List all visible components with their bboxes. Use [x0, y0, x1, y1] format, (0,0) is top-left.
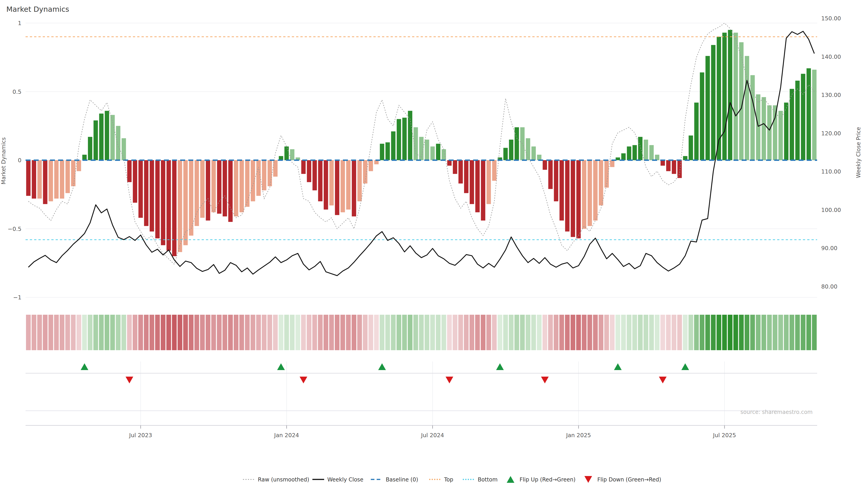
- heatmap-cell[interactable]: [531, 315, 536, 350]
- osc-bar[interactable]: [430, 147, 435, 160]
- heatmap-cell[interactable]: [262, 315, 267, 350]
- osc-bar[interactable]: [537, 155, 541, 160]
- flip-up-marker[interactable]: [378, 363, 386, 370]
- legend-item[interactable]: Weekly Close: [312, 477, 364, 483]
- osc-bar[interactable]: [144, 160, 148, 226]
- osc-bar[interactable]: [318, 160, 322, 201]
- osc-bar[interactable]: [54, 160, 59, 199]
- heatmap-cell[interactable]: [542, 315, 547, 350]
- heatmap-cell[interactable]: [110, 315, 115, 350]
- osc-bar[interactable]: [369, 160, 373, 171]
- heatmap-cell[interactable]: [722, 315, 727, 350]
- heatmap-cell[interactable]: [537, 315, 541, 350]
- osc-bar[interactable]: [60, 160, 64, 199]
- heatmap-cell[interactable]: [576, 315, 581, 350]
- osc-bar[interactable]: [211, 160, 216, 213]
- osc-bar[interactable]: [475, 160, 480, 213]
- osc-bar[interactable]: [610, 160, 614, 167]
- osc-bar[interactable]: [133, 160, 137, 203]
- osc-bar[interactable]: [402, 118, 407, 160]
- heatmap-cell[interactable]: [99, 315, 104, 350]
- legend-item[interactable]: Raw (unsmoothed): [243, 477, 309, 483]
- osc-bar[interactable]: [700, 72, 704, 160]
- osc-bar[interactable]: [346, 160, 350, 210]
- flip-up-marker[interactable]: [277, 363, 285, 370]
- osc-bar[interactable]: [784, 103, 788, 160]
- osc-bar[interactable]: [621, 153, 625, 160]
- osc-bar[interactable]: [515, 127, 519, 160]
- heatmap-cell[interactable]: [166, 315, 171, 350]
- heatmap-cell[interactable]: [408, 315, 412, 350]
- heatmap-cell[interactable]: [655, 315, 659, 350]
- heatmap-cell[interactable]: [340, 315, 345, 350]
- heatmap-cell[interactable]: [374, 315, 379, 350]
- osc-bar[interactable]: [397, 119, 401, 160]
- heatmap-cell[interactable]: [526, 315, 530, 350]
- osc-bar[interactable]: [32, 160, 36, 199]
- osc-bar[interactable]: [812, 70, 816, 160]
- heatmap-cell[interactable]: [677, 315, 682, 350]
- osc-bar[interactable]: [436, 144, 440, 160]
- osc-bar[interactable]: [301, 160, 306, 174]
- heatmap-cell[interactable]: [413, 315, 418, 350]
- heatmap-cell[interactable]: [105, 315, 110, 350]
- heatmap-cell[interactable]: [565, 315, 569, 350]
- heatmap-cell[interactable]: [498, 315, 502, 350]
- legend-item[interactable]: Flip Down (Green→Red): [584, 476, 661, 483]
- osc-bar[interactable]: [543, 160, 547, 170]
- osc-bar[interactable]: [268, 160, 272, 186]
- osc-bar[interactable]: [240, 160, 244, 213]
- heatmap-cell[interactable]: [419, 315, 424, 350]
- osc-bar[interactable]: [548, 160, 553, 189]
- heatmap-cell[interactable]: [155, 315, 160, 350]
- heatmap-cell[interactable]: [329, 315, 334, 350]
- heatmap-cell[interactable]: [138, 315, 143, 350]
- heatmap-cell[interactable]: [268, 315, 272, 350]
- osc-bar[interactable]: [37, 160, 41, 199]
- heatmap-cell[interactable]: [554, 315, 559, 350]
- heatmap-cell[interactable]: [638, 315, 643, 350]
- heatmap-cell[interactable]: [694, 315, 699, 350]
- osc-bar[interactable]: [94, 121, 98, 160]
- heatmap-cell[interactable]: [222, 315, 227, 350]
- osc-bar[interactable]: [385, 142, 390, 160]
- heatmap-cell[interactable]: [335, 315, 340, 350]
- osc-bar[interactable]: [672, 160, 676, 174]
- osc-bar[interactable]: [587, 160, 592, 226]
- osc-bar[interactable]: [706, 56, 710, 160]
- osc-bar[interactable]: [183, 160, 188, 245]
- osc-bar[interactable]: [256, 160, 260, 196]
- osc-bar[interactable]: [166, 160, 171, 251]
- osc-bar[interactable]: [677, 160, 682, 178]
- legend-flip-down-icon[interactable]: [584, 476, 592, 483]
- osc-bar[interactable]: [762, 97, 766, 160]
- osc-bar[interactable]: [593, 160, 597, 221]
- heatmap-cell[interactable]: [481, 315, 486, 350]
- heatmap-cell[interactable]: [587, 315, 592, 350]
- osc-bar[interactable]: [531, 147, 536, 160]
- osc-bar[interactable]: [487, 160, 491, 204]
- heatmap-cell[interactable]: [363, 315, 368, 350]
- heatmap-cell[interactable]: [773, 315, 777, 350]
- heatmap-cell[interactable]: [76, 315, 81, 350]
- osc-bar[interactable]: [116, 126, 120, 160]
- osc-bar[interactable]: [447, 160, 452, 166]
- osc-bar[interactable]: [335, 160, 339, 215]
- heatmap-cell[interactable]: [610, 315, 615, 350]
- heatmap-cell[interactable]: [82, 315, 87, 350]
- heatmap-cell[interactable]: [307, 315, 311, 350]
- osc-bar[interactable]: [172, 160, 176, 256]
- osc-bar[interactable]: [503, 148, 508, 160]
- heatmap-cell[interactable]: [762, 315, 766, 350]
- osc-bar[interactable]: [734, 33, 738, 160]
- osc-bar[interactable]: [76, 160, 81, 171]
- osc-bar[interactable]: [307, 160, 311, 182]
- osc-bar[interactable]: [627, 147, 631, 160]
- heatmap-cell[interactable]: [745, 315, 749, 350]
- osc-bar[interactable]: [756, 94, 761, 160]
- heatmap-cell[interactable]: [436, 315, 440, 350]
- heatmap-cell[interactable]: [234, 315, 239, 350]
- heatmap-cell[interactable]: [767, 315, 772, 350]
- heatmap-cell[interactable]: [352, 315, 356, 350]
- heatmap-cell[interactable]: [245, 315, 250, 350]
